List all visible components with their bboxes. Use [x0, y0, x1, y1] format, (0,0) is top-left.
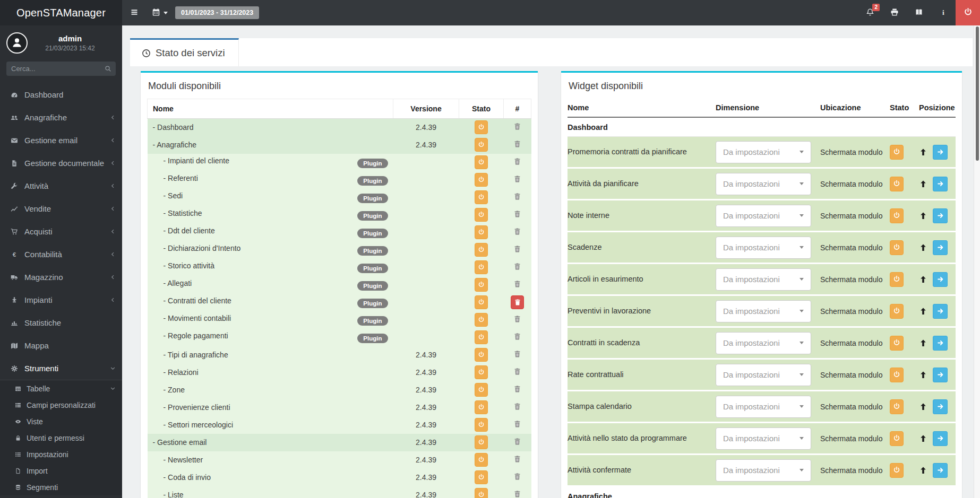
arrow-up-icon[interactable] — [919, 339, 927, 347]
trash-icon[interactable] — [513, 210, 521, 218]
trash-icon[interactable] — [513, 175, 521, 183]
sidebar-item-vendite[interactable]: Vendite — [0, 197, 122, 220]
trash-icon[interactable] — [513, 438, 521, 445]
module-status-toggle[interactable] — [475, 155, 488, 169]
docs-button[interactable] — [907, 0, 931, 25]
sidebar-subitem-campi-personalizzati[interactable]: Campi personalizzati — [0, 397, 122, 413]
move-widget-button[interactable] — [933, 463, 948, 478]
module-status-toggle[interactable] — [475, 488, 488, 498]
avatar[interactable] — [6, 32, 28, 54]
widget-status-toggle[interactable] — [890, 368, 904, 382]
module-status-toggle[interactable] — [475, 470, 488, 484]
trash-icon[interactable] — [513, 315, 521, 323]
notifications-button[interactable]: 2 — [858, 0, 882, 25]
page-scrollbar[interactable] — [974, 25, 980, 498]
sidebar-item-magazzino[interactable]: Magazzino — [0, 266, 122, 289]
sidebar-toggle-button[interactable] — [122, 0, 147, 25]
module-status-toggle[interactable] — [475, 278, 488, 292]
module-status-toggle[interactable] — [475, 208, 488, 222]
move-widget-button[interactable] — [933, 368, 948, 382]
trash-icon[interactable] — [513, 228, 521, 235]
widget-status-toggle[interactable] — [890, 463, 904, 478]
sidebar-subitem-import[interactable]: Import — [0, 462, 122, 479]
sidebar-item-strumenti[interactable]: Strumenti — [0, 357, 122, 380]
trash-icon[interactable] — [513, 193, 521, 200]
sidebar-item-mappa[interactable]: Mappa — [0, 334, 122, 357]
trash-icon[interactable] — [513, 245, 521, 253]
arrow-up-icon[interactable] — [919, 434, 927, 443]
widget-status-toggle[interactable] — [890, 304, 904, 319]
trash-icon[interactable] — [513, 263, 521, 270]
trash-icon[interactable] — [513, 140, 521, 148]
sidebar-item-impianti[interactable]: Impianti — [0, 289, 122, 311]
arrow-up-icon[interactable] — [919, 212, 927, 220]
trash-icon[interactable] — [513, 158, 521, 165]
dimension-select[interactable]: Da impostazioni — [716, 205, 811, 227]
logout-button[interactable] — [956, 0, 980, 25]
trash-icon[interactable] — [513, 473, 521, 480]
move-widget-button[interactable] — [933, 431, 948, 446]
widget-status-toggle[interactable] — [890, 177, 904, 191]
trash-icon[interactable] — [513, 455, 521, 463]
move-widget-button[interactable] — [933, 208, 948, 223]
info-button[interactable]: i — [931, 0, 956, 25]
arrow-up-icon[interactable] — [919, 243, 927, 252]
trash-icon[interactable] — [513, 123, 521, 130]
trash-icon[interactable] — [513, 280, 521, 288]
dimension-select[interactable]: Da impostazioni — [716, 459, 811, 482]
module-status-toggle[interactable] — [475, 383, 488, 397]
dimension-select[interactable]: Da impostazioni — [716, 364, 811, 386]
module-status-toggle[interactable] — [475, 120, 488, 134]
sidebar-subitem-utenti-e-permessi[interactable]: Utenti e permessi — [0, 430, 122, 446]
move-widget-button[interactable] — [933, 272, 948, 287]
dimension-select[interactable]: Da impostazioni — [716, 141, 811, 163]
sidebar-item-attivit[interactable]: Attività — [0, 174, 122, 197]
module-status-toggle[interactable] — [475, 365, 488, 379]
sidebar-item-dashboard[interactable]: Dashboard — [0, 83, 122, 106]
trash-icon[interactable] — [513, 385, 521, 393]
trash-icon[interactable] — [513, 368, 521, 375]
module-status-toggle[interactable] — [475, 348, 488, 362]
dimension-select[interactable]: Da impostazioni — [716, 173, 811, 195]
sidebar-subitem-segmenti[interactable]: Segmenti — [0, 479, 122, 495]
module-status-toggle[interactable] — [475, 435, 488, 449]
date-range-badge[interactable]: 01/01/2023 - 31/12/2023 — [175, 6, 259, 19]
trash-icon[interactable] — [513, 403, 521, 410]
module-status-toggle[interactable] — [475, 295, 488, 309]
sidebar-item-contabilit[interactable]: €Contabilità — [0, 243, 122, 266]
sidebar-item-anagrafiche[interactable]: Anagrafiche — [0, 106, 122, 129]
dimension-select[interactable]: Da impostazioni — [716, 268, 811, 291]
module-status-toggle[interactable] — [475, 418, 488, 432]
widget-status-toggle[interactable] — [890, 272, 904, 287]
module-delete-button[interactable] — [511, 295, 524, 309]
widget-status-toggle[interactable] — [890, 145, 904, 160]
module-status-toggle[interactable] — [475, 173, 488, 187]
arrow-up-icon[interactable] — [919, 403, 927, 411]
move-widget-button[interactable] — [933, 399, 948, 414]
scrollbar-thumb[interactable] — [976, 27, 979, 161]
module-status-toggle[interactable] — [475, 260, 488, 274]
arrow-up-icon[interactable] — [919, 371, 927, 379]
move-widget-button[interactable] — [933, 177, 948, 191]
dimension-select[interactable]: Da impostazioni — [716, 332, 811, 354]
print-button[interactable] — [882, 0, 907, 25]
sidebar-item-statistiche[interactable]: Statistiche — [0, 311, 122, 334]
dimension-select[interactable]: Da impostazioni — [716, 396, 811, 418]
dimension-select[interactable]: Da impostazioni — [716, 237, 811, 259]
module-status-toggle[interactable] — [475, 400, 488, 414]
move-widget-button[interactable] — [933, 240, 948, 255]
widget-status-toggle[interactable] — [890, 336, 904, 351]
dimension-select[interactable]: Da impostazioni — [716, 427, 811, 450]
sidebar-subitem-viste[interactable]: Viste — [0, 413, 122, 430]
module-status-toggle[interactable] — [475, 243, 488, 257]
dimension-select[interactable]: Da impostazioni — [716, 300, 811, 322]
arrow-up-icon[interactable] — [919, 180, 927, 188]
sidebar-item-acquisti[interactable]: Acquisti — [0, 220, 122, 243]
sidebar-subitem-impostazioni[interactable]: Impostazioni — [0, 446, 122, 462]
move-widget-button[interactable] — [933, 336, 948, 351]
move-widget-button[interactable] — [933, 145, 948, 160]
search-input[interactable] — [11, 65, 105, 73]
trash-icon[interactable] — [513, 350, 521, 358]
search-icon[interactable] — [105, 65, 111, 72]
module-status-toggle[interactable] — [475, 330, 488, 344]
